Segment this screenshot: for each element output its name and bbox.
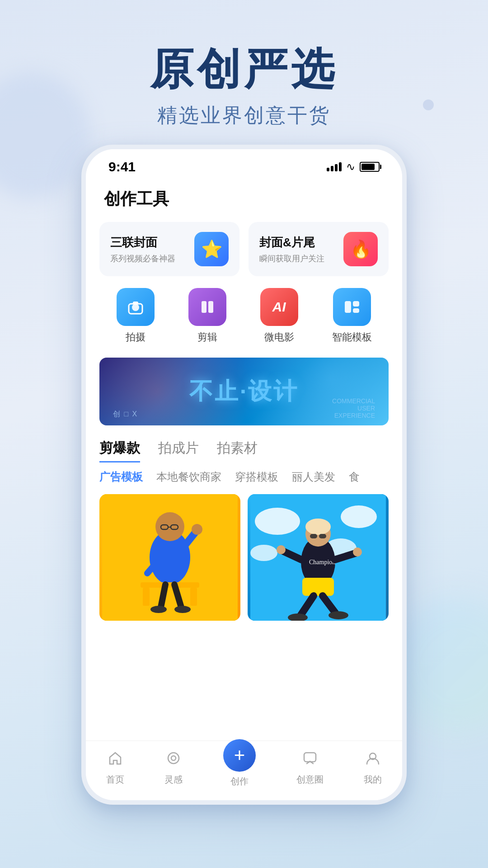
hero-section: 原创严选 精选业界创意干货 — [0, 27, 488, 129]
banner-sub-right: COMMERCIALUSEREXPERIENCE — [332, 397, 375, 419]
quick-icon-camera[interactable]: 拍摄 — [117, 288, 155, 344]
hero-title: 原创严选 — [36, 45, 452, 93]
tool-cards-row: 三联封面 系列视频必备神器 ⭐ 封面&片尾 瞬间获取用户关注 🔥 — [86, 215, 402, 283]
banner-title: 不止·设计 — [189, 376, 299, 407]
sub-tab-fashion[interactable]: 穿搭模板 — [235, 470, 278, 484]
tool-card-title-1: 封面&片尾 — [259, 235, 324, 250]
sub-tab-beauty[interactable]: 丽人美发 — [292, 470, 335, 484]
quick-icons-row: 拍摄 剪辑 AI 微电影 — [86, 283, 402, 353]
nav-profile[interactable]: 我的 — [364, 750, 382, 786]
tool-card-0[interactable]: 三联封面 系列视频必备神器 ⭐ — [99, 222, 239, 276]
status-icons: ∿ — [327, 160, 380, 173]
template-icon — [333, 288, 371, 326]
sub-tab-more[interactable]: 食 — [349, 470, 360, 484]
tool-card-icon-0: ⭐ — [194, 232, 229, 266]
svg-rect-4 — [208, 301, 213, 313]
ai-icon: AI — [260, 288, 298, 326]
phone-wrapper: 9:41 ∿ 创作工具 — [81, 145, 407, 805]
nav-community-label: 创意圈 — [296, 774, 324, 786]
edit-icon — [188, 288, 226, 326]
svg-point-0 — [132, 304, 139, 311]
tab-material[interactable]: 拍素材 — [217, 439, 258, 462]
tab-film[interactable]: 拍成片 — [158, 439, 199, 462]
battery-icon — [360, 162, 380, 172]
svg-rect-34 — [310, 534, 317, 538]
tool-card-desc-1: 瞬间获取用户关注 — [259, 253, 324, 264]
hero-subtitle: 精选业界创意干货 — [36, 102, 452, 129]
tool-card-icon-1: 🔥 — [343, 232, 378, 266]
svg-rect-46 — [304, 753, 316, 762]
page-title: 创作工具 — [104, 188, 384, 210]
signal-icon — [327, 162, 342, 171]
svg-point-39 — [353, 547, 362, 557]
svg-point-23 — [174, 606, 191, 613]
camera-label: 拍摄 — [126, 330, 145, 344]
quick-icon-edit[interactable]: 剪辑 — [188, 288, 226, 344]
home-icon — [108, 750, 123, 770]
phone-inner: 9:41 ∿ 创作工具 — [86, 149, 402, 800]
tool-card-1[interactable]: 封面&片尾 瞬间获取用户关注 🔥 — [249, 222, 389, 276]
quick-icon-template[interactable]: 智能模板 — [332, 288, 372, 344]
nav-community[interactable]: 创意圈 — [296, 750, 324, 786]
svg-rect-3 — [202, 301, 206, 313]
app-content: 创作工具 三联封面 系列视频必备神器 ⭐ 封面&片尾 瞬间获取用 — [86, 179, 402, 800]
svg-line-20 — [161, 585, 165, 607]
template-label: 智能模板 — [332, 330, 372, 344]
bottom-nav: 首页 灵感 + 创作 — [86, 741, 402, 800]
ai-label: 微电影 — [264, 330, 294, 344]
svg-point-28 — [250, 545, 277, 561]
phone-frame: 9:41 ∿ 创作工具 — [81, 145, 407, 805]
svg-rect-18 — [143, 588, 150, 606]
svg-rect-2 — [133, 302, 138, 305]
svg-point-38 — [277, 545, 286, 554]
svg-point-22 — [150, 606, 167, 613]
svg-rect-5 — [345, 301, 351, 313]
nav-home-label: 首页 — [106, 774, 124, 786]
svg-point-45 — [171, 756, 176, 760]
banner[interactable]: 不止·设计 创 □ X COMMERCIALUSEREXPERIENCE — [99, 358, 389, 425]
content-grid: Champion — [86, 489, 402, 626]
svg-rect-19 — [190, 588, 197, 606]
svg-point-15 — [192, 524, 202, 535]
sub-tab-food[interactable]: 本地餐饮商家 — [156, 470, 221, 484]
create-plus-icon: + — [223, 739, 256, 772]
svg-rect-35 — [319, 534, 326, 538]
wifi-icon: ∿ — [346, 160, 355, 173]
svg-point-25 — [255, 508, 300, 535]
main-tabs: 剪爆款 拍成片 拍素材 — [86, 430, 402, 465]
svg-rect-7 — [353, 308, 359, 313]
svg-point-43 — [328, 611, 348, 619]
page-title-bar: 创作工具 — [86, 179, 402, 215]
camera-icon — [117, 288, 155, 326]
community-icon — [302, 750, 318, 770]
content-card-0[interactable] — [99, 494, 240, 621]
edit-label: 剪辑 — [197, 330, 217, 344]
svg-rect-31 — [302, 578, 334, 596]
svg-point-44 — [168, 753, 179, 764]
tab-cut[interactable]: 剪爆款 — [99, 439, 140, 462]
inspire-icon — [166, 750, 181, 770]
content-card-1[interactable]: Champion — [248, 494, 389, 621]
tool-card-desc-0: 系列视频必备神器 — [110, 253, 175, 264]
nav-create[interactable]: + 创作 — [223, 748, 256, 788]
status-time: 9:41 — [108, 159, 136, 175]
sub-tabs: 广告模板 本地餐饮商家 穿搭模板 丽人美发 食 — [86, 465, 402, 489]
status-bar: 9:41 ∿ — [86, 149, 402, 179]
quick-icon-ai[interactable]: AI 微电影 — [260, 288, 298, 344]
tool-card-title-0: 三联封面 — [110, 235, 175, 250]
nav-home[interactable]: 首页 — [106, 750, 124, 786]
nav-inspire[interactable]: 灵感 — [164, 750, 183, 786]
nav-profile-label: 我的 — [364, 774, 382, 786]
svg-rect-6 — [353, 301, 359, 307]
svg-point-33 — [305, 519, 331, 535]
nav-inspire-label: 灵感 — [164, 774, 183, 786]
svg-point-26 — [341, 505, 377, 528]
nav-create-label: 创作 — [230, 775, 249, 788]
banner-sub-left: 创 □ X — [113, 410, 138, 419]
sub-tab-ad[interactable]: 广告模板 — [99, 470, 143, 484]
phone-dot-decoration — [423, 99, 434, 110]
svg-rect-17 — [141, 582, 199, 588]
profile-icon — [365, 750, 380, 770]
